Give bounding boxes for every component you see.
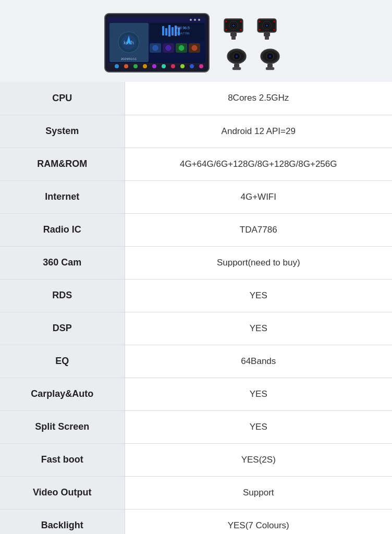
table-row: Internet4G+WIFI [0,180,392,213]
table-row: Carplay&AutoYES [0,378,392,410]
page-container: km/h FM 98.5 TDA7786 [0,0,392,534]
svg-point-52 [226,29,227,30]
spec-value: 64Bands [125,345,392,378]
svg-point-58 [266,25,268,27]
table-row: BacklightYES(7 Colours) [0,509,392,534]
spec-label: EQ [0,345,125,378]
table-row: DSPYES [0,312,392,345]
table-row: Video OutputSupport [0,476,392,509]
table-row: EQ64Bands [0,345,392,378]
spec-value: 4G+WIFI [125,180,392,213]
spec-value: YES [125,378,392,410]
spec-label: DSP [0,312,125,345]
svg-rect-59 [264,32,270,37]
svg-point-23 [153,45,158,51]
table-row: 360 CamSupport(need to buy) [0,246,392,279]
spec-value: YES(2S) [125,443,392,476]
svg-point-4 [190,19,192,21]
spec-label: Backlight [0,509,125,534]
spec-value: YES [125,312,392,345]
svg-rect-15 [165,28,167,35]
svg-point-27 [179,45,184,51]
spec-label: CPU [0,82,125,115]
svg-point-47 [232,25,235,27]
svg-rect-17 [172,27,174,35]
svg-text:TDA7786: TDA7786 [176,32,190,35]
svg-point-64 [274,29,275,30]
spec-value: Android 12 API=29 [125,115,392,148]
svg-text:2024/01/11: 2024/01/11 [121,57,137,60]
svg-rect-78 [266,67,274,70]
svg-point-32 [124,64,128,68]
spec-label: 360 Cam [0,246,125,279]
camera-group [222,15,290,72]
spec-value: Support [125,476,392,509]
spec-label: Video Output [0,476,125,509]
camera-3-icon [222,45,252,72]
svg-point-34 [143,64,147,68]
spec-label: Internet [0,180,125,213]
camera-2-icon [255,15,286,42]
spec-value: 8Cores 2.5GHz [125,82,392,115]
svg-rect-16 [168,25,170,37]
svg-point-40 [199,64,203,68]
spec-value: Support(need to buy) [125,246,392,279]
main-unit-image: km/h FM 98.5 TDA7786 [102,9,212,77]
spec-value: YES [125,279,392,312]
specs-table: CPU8Cores 2.5GHzSystemAndroid 12 API=29R… [0,82,392,534]
spec-value: 4G+64G/6G+128G/8G+128G/8G+256G [125,148,392,180]
spec-value: TDA7786 [125,213,392,246]
spec-label: Radio IC [0,213,125,246]
svg-rect-14 [162,26,164,35]
table-row: RAM&ROM4G+64G/6G+128G/8G+128G/8G+256G [0,148,392,180]
svg-point-50 [226,20,227,22]
svg-point-63 [259,29,261,30]
svg-rect-48 [230,32,237,37]
product-image-row: km/h FM 98.5 TDA7786 [0,0,392,82]
svg-point-31 [115,64,119,68]
svg-point-5 [194,19,196,21]
spec-label: Split Screen [0,410,125,443]
svg-point-76 [269,55,271,57]
spec-label: RDS [0,279,125,312]
table-row: Fast bootYES(2S) [0,443,392,476]
svg-text:FM 98.5: FM 98.5 [176,26,190,30]
table-row: Radio ICTDA7786 [0,213,392,246]
svg-point-33 [133,64,138,68]
svg-rect-71 [232,67,241,70]
svg-point-39 [190,64,194,68]
camera-4-icon [255,45,286,72]
svg-point-51 [240,20,242,22]
table-row: SystemAndroid 12 API=29 [0,115,392,148]
svg-point-29 [192,45,197,51]
spec-value: YES(7 Colours) [125,509,392,534]
spec-value: YES [125,410,392,443]
spec-label: Carplay&Auto [0,378,125,410]
svg-rect-60 [265,37,269,40]
svg-rect-30 [108,64,205,64]
table-row: RDSYES [0,279,392,312]
table-row: CPU8Cores 2.5GHz [0,82,392,115]
svg-point-35 [152,64,156,68]
svg-point-25 [166,45,171,51]
spec-label: System [0,115,125,148]
svg-point-62 [274,20,275,22]
svg-rect-49 [231,37,236,40]
spec-label: Fast boot [0,443,125,476]
svg-point-36 [162,64,166,68]
svg-point-69 [236,55,238,57]
table-row: Split ScreenYES [0,410,392,443]
svg-point-6 [198,19,200,21]
spec-label: RAM&ROM [0,148,125,180]
svg-point-53 [240,29,242,30]
camera-1-icon [222,15,252,42]
svg-point-38 [180,64,185,68]
svg-point-37 [171,64,175,68]
svg-point-61 [259,20,261,22]
